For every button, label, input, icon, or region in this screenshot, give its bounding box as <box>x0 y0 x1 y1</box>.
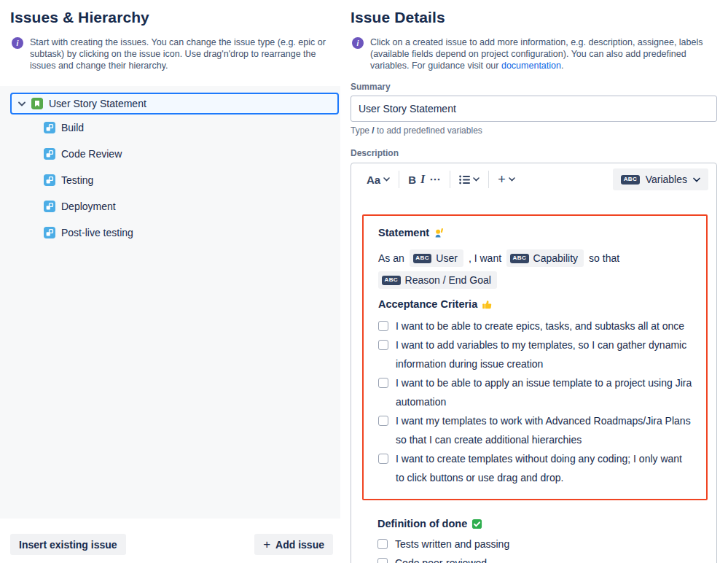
subtask-issue-type-icon[interactable] <box>44 201 55 212</box>
insert-menu-button[interactable]: + <box>496 169 517 190</box>
chevron-down-icon[interactable] <box>18 101 26 106</box>
checklist-item-label: I want my templates to work with Advance… <box>396 411 693 449</box>
right-info-text: Click on a created issue to add more inf… <box>370 36 713 71</box>
tree-item-deployment[interactable]: Deployment <box>10 193 339 220</box>
info-text-segment: . <box>561 61 563 71</box>
story-issue-type-icon[interactable] <box>31 98 43 109</box>
add-issue-label: Add issue <box>275 539 324 551</box>
checklist-item-label: I want to be able to apply an issue temp… <box>396 373 693 411</box>
checklist-item-label: I want to add variables to my templates,… <box>396 335 693 373</box>
variable-chip-reason[interactable]: ABC Reason / End Goal <box>378 271 497 289</box>
tree-item-label[interactable]: Code Review <box>61 148 122 160</box>
definition-of-done-heading: Definition of done <box>377 518 708 529</box>
chevron-down-icon <box>693 177 700 182</box>
checkbox[interactable] <box>378 416 388 426</box>
statement-sentence: As an ABC User , I want ABC Capability s… <box>378 249 693 289</box>
issues-hierarchy-panel: Issues & Hierarchy i Start with creating… <box>0 0 340 563</box>
abc-variable-icon: ABC <box>382 276 401 285</box>
acceptance-criteria-list: I want to be able to create epics, tasks… <box>378 317 693 487</box>
highlighted-statement-region: Statement As an ABC User <box>362 214 708 500</box>
description-label: Description <box>351 148 718 158</box>
checklist-item: Tests written and passing <box>377 535 708 554</box>
tree-item-post-live-testing[interactable]: Post-live testing <box>10 220 339 246</box>
summary-label: Summary <box>351 82 718 92</box>
variable-chip-label: Capability <box>533 252 578 264</box>
statement-segment: so that <box>589 252 619 264</box>
variables-button[interactable]: ABC Variables <box>613 168 708 190</box>
tree-item-label[interactable]: Build <box>61 122 84 133</box>
summary-helper-text: Type / to add predefined variables <box>351 125 718 136</box>
plus-icon: + <box>263 538 270 551</box>
tree-item-label[interactable]: Post-live testing <box>61 227 133 238</box>
checkbox[interactable] <box>377 558 388 563</box>
documentation-link[interactable]: documentation <box>501 61 561 71</box>
tree-item-label[interactable]: Testing <box>61 174 93 186</box>
italic-button[interactable]: I <box>418 170 427 189</box>
tree-item-build[interactable]: Build <box>10 114 339 141</box>
definition-of-done-heading-text: Definition of done <box>377 518 467 529</box>
toolbar-divider <box>488 171 489 188</box>
subtask-issue-type-icon[interactable] <box>44 174 55 186</box>
info-icon: i <box>12 37 23 49</box>
statement-segment: As an <box>378 252 404 264</box>
subtask-issue-type-icon[interactable] <box>44 148 55 160</box>
chevron-down-icon <box>383 177 390 182</box>
checkbox[interactable] <box>378 454 388 464</box>
editor-content[interactable]: Statement As an ABC User <box>351 214 716 563</box>
insert-existing-issue-button[interactable]: Insert existing issue <box>10 534 126 555</box>
bullet-list-icon <box>459 175 470 185</box>
chevron-down-icon <box>473 177 480 182</box>
text-style-label: Aa <box>367 174 380 186</box>
checkbox[interactable] <box>378 378 388 388</box>
toolbar-divider <box>450 171 450 188</box>
bold-icon: B <box>408 174 416 186</box>
checklist-item-label: I want to create templates without doing… <box>396 449 693 487</box>
checklist-item-label: Tests written and passing <box>395 535 509 554</box>
definition-of-done-list: Tests written and passing Code peer-revi… <box>377 535 708 563</box>
checklist-item: I want my templates to work with Advance… <box>378 411 693 449</box>
left-info-banner: i Start with creating the issues. You ca… <box>0 26 340 71</box>
helper-segment: to add predefined variables <box>375 125 482 136</box>
thumbs-up-emoji-icon <box>482 299 493 310</box>
tree-item-label[interactable]: Deployment <box>61 201 116 212</box>
subtask-issue-type-icon[interactable] <box>44 227 55 238</box>
tree-item-testing[interactable]: Testing <box>10 167 339 193</box>
acceptance-heading-text: Acceptance Criteria <box>378 298 477 310</box>
subtask-issue-type-icon[interactable] <box>44 122 55 133</box>
check-mark-emoji-icon <box>471 519 482 529</box>
statement-segment: , I want <box>469 252 501 264</box>
plus-icon: + <box>498 172 506 187</box>
text-style-button[interactable]: Aa <box>364 171 392 189</box>
variable-chip-user[interactable]: ABC User <box>410 249 463 267</box>
tree-item-label[interactable]: User Story Statement <box>49 98 146 109</box>
list-menu-button[interactable] <box>457 172 482 187</box>
checkbox[interactable] <box>377 539 388 549</box>
tree-item-user-story-statement[interactable]: User Story Statement <box>10 93 339 114</box>
statement-heading-text: Statement <box>378 227 429 238</box>
toolbar-divider <box>399 171 399 188</box>
raising-hand-emoji-icon <box>434 228 445 238</box>
page-title: Issues & Hierarchy <box>0 0 340 26</box>
abc-variable-icon: ABC <box>413 254 432 263</box>
summary-input[interactable] <box>351 96 717 122</box>
more-formatting-button[interactable]: ⋯ <box>427 170 443 189</box>
checkbox[interactable] <box>378 340 388 350</box>
abc-variable-icon: ABC <box>510 254 529 263</box>
variable-chip-capability[interactable]: ABC Capability <box>506 249 584 267</box>
editor-toolbar: Aa B I ⋯ + ABC Va <box>351 163 716 195</box>
checklist-item: I want to be able to apply an issue temp… <box>378 373 693 411</box>
description-editor[interactable]: Aa B I ⋯ + ABC Va <box>351 163 717 563</box>
checklist-item: Code peer-reviewed <box>377 554 708 563</box>
tree-item-code-review[interactable]: Code Review <box>10 141 339 167</box>
variables-label: Variables <box>646 174 687 185</box>
variable-chip-label: Reason / End Goal <box>405 274 491 286</box>
checklist-item-label: Code peer-reviewed <box>395 554 487 563</box>
abc-variable-icon: ABC <box>621 175 640 185</box>
italic-icon: I <box>420 173 425 186</box>
bold-button[interactable]: B <box>406 171 418 189</box>
checkbox[interactable] <box>378 321 388 331</box>
add-issue-button[interactable]: + Add issue <box>254 534 333 555</box>
checklist-item-label: I want to be able to create epics, tasks… <box>396 317 684 335</box>
issue-details-panel: Issue Details i Click on a created issue… <box>351 0 718 563</box>
left-footer: Insert existing issue + Add issue <box>10 534 333 555</box>
